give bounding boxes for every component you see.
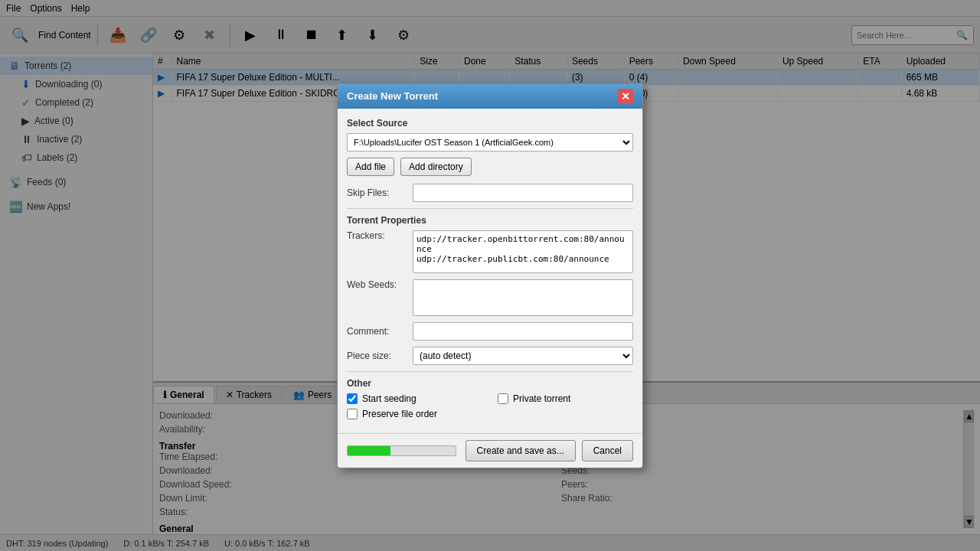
modal-close-btn[interactable]: ✕ bbox=[618, 89, 633, 104]
web-seeds-row: Web Seeds: bbox=[347, 279, 633, 316]
footer-buttons: Create and save as... Cancel bbox=[466, 440, 633, 461]
web-seeds-textarea[interactable] bbox=[413, 279, 633, 316]
modal-body: Select Source F:\Uploads\Lucifer OST Sea… bbox=[338, 109, 642, 433]
trackers-label: Trackers: bbox=[347, 230, 408, 241]
skip-files-input[interactable] bbox=[413, 184, 633, 202]
private-torrent-label: Private torrent bbox=[513, 393, 570, 404]
skip-files-label: Skip Files: bbox=[347, 187, 408, 198]
modal-footer: Create and save as... Cancel bbox=[338, 433, 642, 468]
piece-size-row: Piece size: (auto detect) bbox=[347, 347, 633, 365]
preserve-file-order-row: Preserve file order bbox=[347, 409, 482, 419]
start-seeding-label: Start seeding bbox=[362, 393, 416, 404]
preserve-file-order-label: Preserve file order bbox=[362, 409, 437, 419]
piece-size-label: Piece size: bbox=[347, 350, 408, 361]
start-seeding-checkbox[interactable] bbox=[347, 393, 358, 404]
modal-overlay: Create New Torrent ✕ Select Source F:\Up… bbox=[0, 0, 980, 551]
comment-row: Comment: bbox=[347, 322, 633, 341]
source-select[interactable]: F:\Uploads\Lucifer OST Season 1 (Artfici… bbox=[347, 133, 633, 152]
other-col-right: Private torrent bbox=[498, 393, 633, 424]
other-section: Start seeding Preserve file order Privat… bbox=[347, 393, 633, 424]
private-torrent-row: Private torrent bbox=[498, 393, 633, 404]
torrent-props-label: Torrent Properties bbox=[347, 215, 633, 226]
select-source-row: F:\Uploads\Lucifer OST Season 1 (Artfici… bbox=[347, 133, 633, 152]
add-file-btn[interactable]: Add file bbox=[347, 158, 394, 176]
comment-label: Comment: bbox=[347, 326, 408, 337]
preserve-file-order-checkbox[interactable] bbox=[347, 409, 358, 419]
modal-title: Create New Torrent bbox=[347, 90, 438, 102]
select-source-label: Select Source bbox=[347, 118, 633, 129]
modal-title-bar: Create New Torrent ✕ bbox=[338, 84, 642, 109]
trackers-textarea[interactable]: udp://tracker.openbittorrent.com:80/anno… bbox=[413, 230, 633, 273]
start-seeding-row: Start seeding bbox=[347, 393, 482, 404]
trackers-row: Trackers: udp://tracker.openbittorrent.c… bbox=[347, 230, 633, 273]
other-label: Other bbox=[347, 378, 633, 389]
progress-bar-fill bbox=[348, 446, 390, 455]
private-torrent-checkbox[interactable] bbox=[498, 393, 508, 404]
web-seeds-label: Web Seeds: bbox=[347, 279, 408, 290]
divider2 bbox=[347, 371, 633, 372]
app-window: File Options Help 🔍 Find Content 📥 🔗 ⚙ ✖… bbox=[0, 0, 980, 551]
other-col-left: Start seeding Preserve file order bbox=[347, 393, 482, 424]
create-save-btn[interactable]: Create and save as... bbox=[466, 440, 576, 461]
piece-size-select[interactable]: (auto detect) bbox=[413, 347, 633, 365]
divider1 bbox=[347, 208, 633, 209]
comment-input[interactable] bbox=[413, 322, 633, 341]
progress-bar-container bbox=[347, 445, 456, 456]
add-directory-btn[interactable]: Add directory bbox=[400, 158, 472, 176]
create-torrent-dialog: Create New Torrent ✕ Select Source F:\Up… bbox=[337, 83, 643, 468]
source-buttons: Add file Add directory bbox=[347, 158, 633, 176]
cancel-btn[interactable]: Cancel bbox=[582, 440, 633, 461]
skip-files-row: Skip Files: bbox=[347, 184, 633, 202]
